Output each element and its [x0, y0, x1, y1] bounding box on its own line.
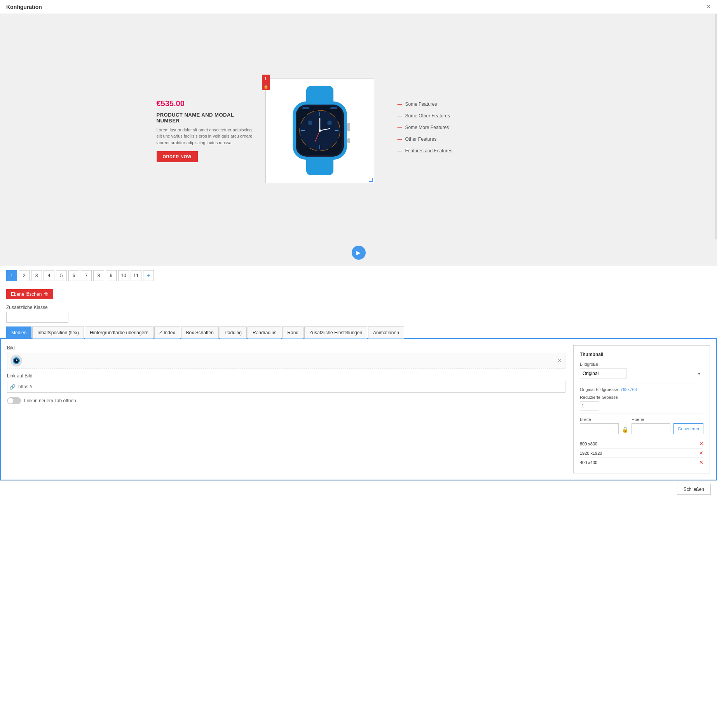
bildgroesse-select[interactable]: OriginalCustom768x768	[580, 368, 626, 379]
thumbnail-panel: Thumbnail Bildgröße OriginalCustom768x76…	[573, 345, 710, 473]
tab-8[interactable]: 8	[93, 270, 104, 281]
size-value: 400 x400	[580, 460, 597, 465]
close-icon[interactable]: ×	[707, 3, 711, 11]
reduzierte-input[interactable]	[580, 401, 599, 410]
tab-1[interactable]: 1	[6, 270, 17, 281]
reduzierte-label: Reduzierte Groesse	[580, 395, 703, 400]
tab-7[interactable]: 7	[81, 270, 92, 281]
size-list: 800 x800✕1920 x1920✕400 x400✕	[580, 439, 703, 467]
size-row: Breite 🔒 Hoehe Generieren	[580, 417, 703, 434]
size-value: 800 x800	[580, 442, 597, 446]
tab-2[interactable]: 2	[19, 270, 30, 281]
play-button-container: ▶	[0, 239, 717, 266]
feature-text: Other Features	[405, 136, 437, 142]
svg-rect-17	[330, 107, 337, 109]
size-delete-icon[interactable]: ✕	[699, 441, 703, 447]
tab-4[interactable]: 4	[44, 270, 54, 281]
feature-item: —Other Features	[398, 136, 561, 142]
features-list: —Some Features—Some Other Features—Some …	[374, 101, 561, 160]
dialog-title: Konfiguration	[6, 4, 42, 10]
schliessen-button[interactable]: Schließen	[677, 484, 711, 495]
toggle-label: Link in neuem Tab öffnen	[24, 398, 76, 403]
subtab-7[interactable]: Rand	[282, 326, 304, 339]
hoehe-input[interactable]	[632, 423, 670, 434]
breite-input[interactable]	[580, 423, 619, 434]
page-tabs-row: 1234567891011+	[0, 266, 717, 285]
feature-text: Some Features	[405, 101, 437, 107]
play-button[interactable]: ▶	[352, 246, 366, 260]
size-list-item: 800 x800✕	[580, 439, 703, 448]
subtab-6[interactable]: Randradius	[248, 326, 281, 339]
subtab-0[interactable]: Medien	[6, 326, 31, 339]
class-label: Zusaetzliche Klasse	[6, 305, 711, 310]
dialog-footer: Schließen	[0, 480, 717, 498]
reduzierte-row: Reduzierte Groesse	[580, 395, 703, 410]
link-label: Link auf Bild	[7, 373, 565, 379]
scrollbar[interactable]	[715, 14, 717, 239]
product-image	[281, 84, 359, 177]
lock-icon: 🔒	[622, 426, 628, 433]
bildgroesse-label: Bildgröße	[580, 362, 703, 367]
feature-dash: —	[398, 125, 402, 130]
class-input[interactable]	[6, 312, 68, 323]
subtab-1[interactable]: Inhaltsposition (flex)	[32, 326, 84, 339]
hoehe-label: Hoehe	[632, 417, 670, 422]
size-list-item: 400 x400✕	[580, 457, 703, 467]
feature-dash: —	[398, 113, 402, 119]
class-row: Zusaetzliche Klasse	[0, 303, 717, 326]
link-input-wrap: 🔗	[7, 381, 565, 393]
tab-5[interactable]: 5	[56, 270, 67, 281]
subtab-4[interactable]: Box Schatten	[181, 326, 219, 339]
toggle-row: Link in neuem Tab öffnen	[7, 397, 565, 404]
image-upload-row[interactable]: ✕	[7, 353, 565, 368]
size-delete-icon[interactable]: ✕	[699, 450, 703, 456]
breite-label: Breite	[580, 417, 619, 422]
link-input[interactable]	[7, 381, 565, 393]
hoehe-field: Hoehe	[632, 417, 670, 434]
upload-thumbnail	[10, 355, 22, 367]
dialog-header: Konfiguration ×	[0, 0, 717, 14]
feature-text: Some Other Features	[405, 113, 450, 119]
svg-rect-14	[347, 123, 350, 131]
tab-3[interactable]: 3	[31, 270, 42, 281]
delete-layer-button[interactable]: Ebene löschen 🗑	[6, 289, 53, 299]
tab-6[interactable]: 6	[68, 270, 79, 281]
preview-area: €535.00 PRODUCT NAME AND MODAL NUMBER Lo…	[0, 14, 717, 239]
upload-clear-icon[interactable]: ✕	[557, 358, 562, 364]
product-info: €535.00 PRODUCT NAME AND MODAL NUMBER Lo…	[157, 99, 265, 162]
subtab-5[interactable]: Padding	[220, 326, 247, 339]
product-name: PRODUCT NAME AND MODAL NUMBER	[157, 112, 258, 124]
left-panel: Bild ✕ Link auf Bild	[7, 345, 565, 473]
layer-row: Ebene löschen 🗑	[0, 285, 717, 303]
trash-icon: 🗑	[44, 292, 49, 297]
resize-handle[interactable]	[369, 178, 373, 182]
add-tab-button[interactable]: +	[143, 270, 154, 281]
subtabs-row: MedienInhaltsposition (flex)Hintergrundf…	[0, 326, 717, 339]
toggle-knob	[8, 398, 13, 403]
content-area: Bild ✕ Link auf Bild	[0, 339, 717, 480]
tab-11[interactable]: 11	[131, 270, 141, 281]
original-size-link[interactable]: 768x768	[621, 387, 637, 392]
image-badge: 1	[262, 75, 270, 82]
order-now-button[interactable]: ORDER NOW	[157, 151, 198, 162]
subtab-8[interactable]: Zusätzliche Einstellungen	[304, 326, 367, 339]
subtab-3[interactable]: Z-Index	[154, 326, 180, 339]
feature-dash: —	[398, 148, 402, 154]
product-price: €535.00	[157, 99, 258, 108]
subtab-9[interactable]: Animationen	[368, 326, 404, 339]
size-value: 1920 x1920	[580, 451, 602, 456]
watch-thumb-icon	[12, 357, 20, 365]
new-tab-toggle[interactable]	[7, 397, 21, 404]
bildgroesse-select-wrap: OriginalCustom768x768 ▼	[580, 368, 703, 379]
feature-dash: —	[398, 101, 402, 107]
select-arrow-icon: ▼	[697, 372, 701, 376]
product-card: €535.00 PRODUCT NAME AND MODAL NUMBER Lo…	[157, 78, 561, 183]
svg-rect-15	[347, 138, 350, 143]
generate-button[interactable]: Generieren	[673, 423, 703, 434]
subtab-2[interactable]: Hintergrundfarbe überlagern	[85, 326, 154, 339]
size-delete-icon[interactable]: ✕	[699, 459, 703, 465]
feature-dash: —	[398, 136, 402, 142]
tab-9[interactable]: 9	[106, 270, 117, 281]
size-list-item: 1920 x1920✕	[580, 448, 703, 457]
tab-10[interactable]: 10	[118, 270, 129, 281]
